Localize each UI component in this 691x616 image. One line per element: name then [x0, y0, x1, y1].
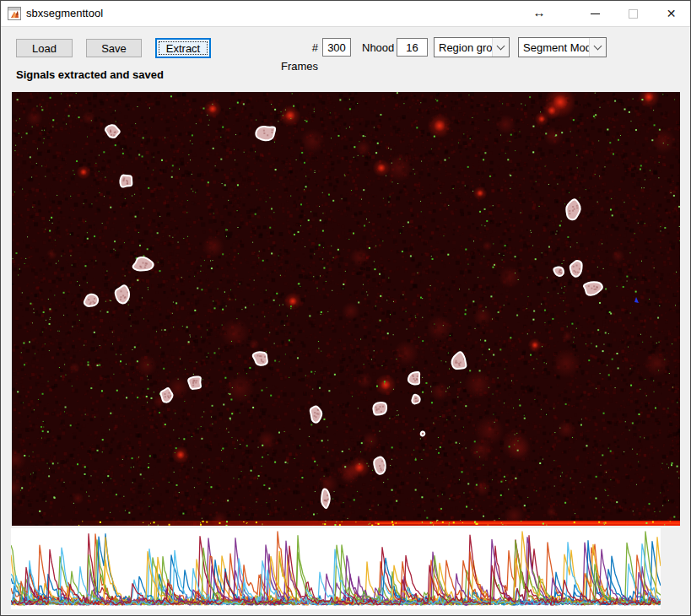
segment-mode-value: Segment Mode [519, 41, 589, 54]
close-button[interactable]: ✕ [652, 1, 690, 26]
signal-traces-canvas [11, 528, 661, 609]
nhood-label: Nhood [362, 39, 396, 57]
save-button[interactable]: Save [86, 39, 142, 57]
minimize-icon [591, 14, 600, 14]
status-message: Signals extracted and saved [16, 68, 164, 81]
load-button[interactable]: Load [16, 39, 73, 57]
matlab-app-icon [8, 7, 21, 20]
maximize-icon [629, 9, 638, 19]
region-grow-select[interactable]: Region grow [434, 37, 510, 57]
window-title: sbxsegmenttool [26, 1, 103, 26]
app-window: sbxsegmenttool ↔ ✕ Load Save Extract # F… [0, 0, 691, 616]
close-icon: ✕ [667, 7, 677, 20]
extract-button[interactable]: Extract [156, 39, 210, 57]
segmentation-image-canvas[interactable] [12, 92, 680, 526]
maximize-button [614, 1, 652, 26]
titlebar[interactable]: sbxsegmenttool ↔ ✕ [1, 1, 690, 27]
region-grow-value: Region grow [435, 41, 492, 54]
chevron-down-icon [589, 38, 606, 57]
resize-cursor-icon: ↔ [529, 1, 549, 24]
segment-mode-select[interactable]: Segment Mode [518, 37, 607, 57]
minimize-button[interactable] [576, 1, 614, 26]
chevron-down-icon [492, 38, 509, 57]
frames-label: # Frames [273, 39, 318, 57]
frames-input[interactable] [322, 38, 351, 57]
nhood-input[interactable] [397, 38, 428, 57]
